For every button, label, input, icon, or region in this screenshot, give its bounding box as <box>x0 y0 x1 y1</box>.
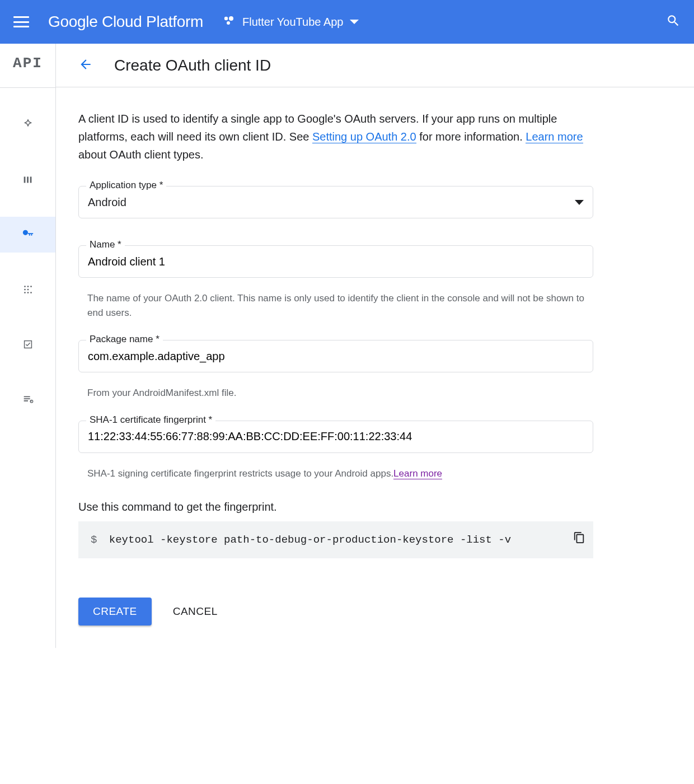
chevron-down-icon <box>575 200 584 205</box>
svg-point-0 <box>224 17 228 20</box>
page-title: Create OAuth client ID <box>114 57 271 74</box>
chevron-down-icon <box>350 20 359 24</box>
project-selector[interactable]: Flutter YouTube App <box>222 14 359 30</box>
command-box: $ keytool -keystore path-to-debug-or-pro… <box>78 521 593 558</box>
project-name: Flutter YouTube App <box>242 16 344 29</box>
content-header: Create OAuth client ID <box>56 44 694 87</box>
sidebar-item-credentials[interactable] <box>0 217 55 253</box>
sidebar-item-library[interactable] <box>0 162 55 198</box>
svg-point-5 <box>30 286 32 287</box>
svg-point-4 <box>27 286 29 287</box>
name-label: Name * <box>86 239 125 250</box>
command-prompt: $ <box>91 534 97 546</box>
back-arrow-icon[interactable] <box>78 57 93 74</box>
package-name-field: Package name * <box>78 340 593 372</box>
application-type-label: Application type * <box>86 180 166 191</box>
link-learn-more-types[interactable]: Learn more <box>526 130 583 143</box>
command-intro: Use this command to get the fingerprint. <box>78 501 593 514</box>
search-icon[interactable] <box>666 13 681 30</box>
menu-icon[interactable] <box>13 16 29 27</box>
divider <box>0 87 55 88</box>
sidebar-item-dashboard[interactable] <box>0 107 55 143</box>
name-helper: The name of your OAuth 2.0 client. This … <box>78 286 593 320</box>
sidebar-item-page-usage[interactable] <box>0 381 55 417</box>
project-icon <box>222 14 236 30</box>
cancel-button[interactable]: CANCEL <box>173 605 218 618</box>
svg-point-10 <box>30 292 32 293</box>
sidebar-item-oauth-consent[interactable] <box>0 272 55 307</box>
package-name-input[interactable] <box>88 350 584 363</box>
create-button[interactable]: CREATE <box>78 598 152 626</box>
sha1-input[interactable] <box>88 430 584 443</box>
application-type-field: Application type * Android <box>78 186 593 218</box>
sidebar-item-domain-verification[interactable] <box>0 326 55 362</box>
svg-point-8 <box>24 292 26 293</box>
package-name-label: Package name * <box>86 334 163 345</box>
svg-point-2 <box>227 21 230 25</box>
intro-text: A client ID is used to identify a single… <box>78 110 593 164</box>
svg-point-7 <box>27 289 29 291</box>
button-row: CREATE CANCEL <box>78 598 593 626</box>
api-logo: API <box>13 55 43 72</box>
svg-point-3 <box>24 286 26 287</box>
name-input[interactable] <box>88 255 584 268</box>
svg-point-9 <box>27 292 29 293</box>
sha1-helper: SHA-1 signing certificate fingerprint re… <box>78 461 593 481</box>
gcp-logo: Google Cloud Platform <box>48 13 203 31</box>
sidebar: API <box>0 44 56 648</box>
top-app-bar: Google Cloud Platform Flutter YouTube Ap… <box>0 0 694 44</box>
sha1-field: SHA-1 certificate fingerprint * <box>78 421 593 453</box>
svg-point-1 <box>229 16 233 21</box>
sha1-label: SHA-1 certificate fingerprint * <box>86 414 215 426</box>
name-field: Name * <box>78 245 593 278</box>
link-sha1-learn-more[interactable]: Learn more <box>393 468 442 479</box>
package-name-helper: From your AndroidManifest.xml file. <box>78 380 593 400</box>
copy-icon[interactable] <box>573 531 585 547</box>
link-setup-oauth[interactable]: Setting up OAuth 2.0 <box>312 130 416 143</box>
command-text: keytool -keystore path-to-debug-or-produ… <box>109 534 511 546</box>
svg-point-6 <box>24 289 26 291</box>
